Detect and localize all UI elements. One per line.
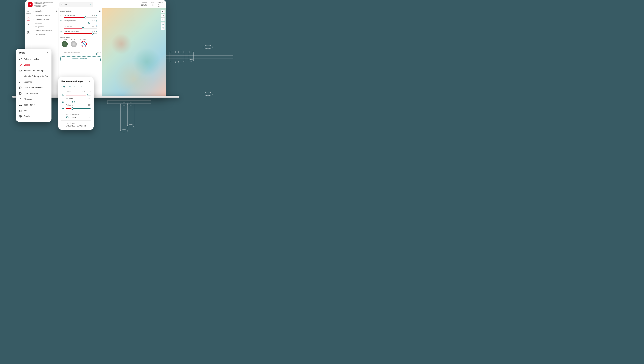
layer-opacity-value: 76 % — [90, 20, 94, 21]
svg-rect-38 — [74, 86, 76, 87]
cam-param-label: Richtung — [66, 97, 73, 99]
close-icon[interactable]: × — [47, 51, 48, 54]
layer-opacity-slider[interactable] — [64, 28, 97, 28]
tool-label: Kommentare anbringen — [24, 70, 45, 72]
coordinates-value: 2'609'691, 1'191'366 — [62, 124, 90, 127]
close-icon[interactable]: × — [89, 80, 90, 82]
camera-settings-panel: Kameraeinstellungen × Höhe204'227 m Rich… — [58, 77, 94, 130]
displayed-title: Angezeigte Daten — [60, 10, 72, 12]
tool-item-slicing[interactable]: Slicing — [19, 62, 48, 68]
cam-param-label: Höhe — [66, 90, 70, 92]
tool-item-graphics[interactable]: Graphics — [19, 114, 48, 119]
layer-name: Bohrungen öffentlich — [64, 20, 88, 22]
catalog-item[interactable]: ›Geologische Grundlagen — [34, 18, 57, 21]
bg-option-gray[interactable]: Karte Grau — [71, 39, 77, 47]
add-kml-button[interactable]: Eigene KML hinzufügen ⇪ — [60, 56, 100, 61]
layer-opacity-slider[interactable] — [64, 34, 97, 34]
visibility-toggle-icon[interactable]: 👁 — [60, 20, 63, 22]
home-button[interactable]: ⊙ — [161, 14, 165, 17]
tool-label: Graphics — [24, 115, 32, 118]
catalog-item[interactable]: ›Hintergrunddaten — [34, 32, 57, 36]
camera-mode-2-icon[interactable] — [68, 85, 71, 88]
visibility-toggle-icon[interactable]: ⊘ — [60, 14, 63, 16]
chevron-down-icon[interactable]: ▾ — [90, 116, 90, 118]
visibility-toggle-icon[interactable]: ⊘ — [60, 25, 63, 27]
map-viewport[interactable]: + ⊙ − ▭ ✱ — [102, 8, 166, 97]
chevron-right-icon: › — [34, 18, 34, 20]
sidebar-dashboard[interactable]: Dashboard — [26, 10, 31, 14]
camera-mode-1-icon[interactable] — [62, 85, 65, 88]
sidebar-data[interactable]: Data — [27, 17, 30, 21]
bg-option-satellite[interactable]: Luftbild — [62, 39, 68, 47]
more-icon[interactable]: ⋮ — [99, 30, 100, 32]
search-input[interactable] — [61, 4, 90, 5]
layer-opacity-value: 57 % — [90, 26, 94, 27]
camera-mode-4-icon[interactable] — [80, 85, 83, 88]
layer-row: 👁 GeoCover - Vektordaten 86 % 🗑 ⋮ — [60, 30, 100, 33]
visibility-toggle-icon[interactable]: 👁 — [60, 31, 63, 32]
more-icon[interactable]: ⋮ — [99, 14, 100, 16]
tool-item-stats[interactable]: Stats — [19, 108, 48, 114]
tool-label: Data Import / Upload — [24, 86, 42, 89]
tool-item-kommentare-anbringen[interactable]: Kommentare anbringen — [19, 68, 48, 74]
tool-label: Schnitte erstellen — [24, 58, 40, 60]
cam-slider[interactable] — [66, 95, 90, 96]
delete-icon[interactable]: 🗑 — [96, 20, 98, 22]
layer-opacity-slider[interactable] — [64, 17, 97, 18]
tool-item-fly-along[interactable]: Fly-Along — [19, 96, 48, 102]
catalog-item[interactable]: ›Geoenergie — [34, 21, 57, 25]
more-icon[interactable]: ⋮ — [99, 20, 100, 22]
tool-item-schnitte-erstellen[interactable]: Schnitte erstellen — [19, 56, 48, 62]
layer-opacity-slider[interactable] — [64, 23, 97, 23]
delete-icon[interactable]: 🗑 — [96, 30, 98, 32]
tool-icon — [19, 69, 22, 72]
visibility-icon[interactable]: 👁 — [60, 51, 63, 53]
cam-slider[interactable] — [66, 102, 90, 102]
zoom-icon[interactable]: 🔍 — [96, 25, 98, 27]
tool-icon — [19, 64, 22, 66]
catalog-title: Datenkatalog — [34, 10, 42, 12]
catalog-item[interactable]: ›Geometrie des Untergrundes — [34, 28, 57, 32]
zoom-in-button[interactable]: + — [161, 10, 165, 14]
tool-icon — [19, 58, 22, 61]
background-title: Hintergrundkarte — [60, 37, 100, 38]
coord-system-select[interactable]: LV95 — [71, 116, 88, 118]
tool-item-zeichnen[interactable]: Zeichnen — [19, 79, 48, 85]
layer-opacity-value: 64 % — [90, 15, 94, 16]
tool-item-data-download[interactable]: Data Download — [19, 90, 48, 96]
tool-item-virtuelle-bohrung-abteufen[interactable]: Virtuelle Bohrung abteufen — [19, 74, 48, 79]
layer-name: Erdbeben - aktuell — [64, 14, 88, 16]
svg-rect-31 — [19, 70, 22, 71]
tool-item-data-import-upload[interactable]: Data Import / Upload — [19, 85, 48, 90]
sidebar-share[interactable]: Share — [27, 30, 30, 34]
cam-param-icon — [62, 94, 64, 96]
chevron-right-icon: › — [34, 26, 34, 28]
camera-icon[interactable]: ▭ — [161, 22, 165, 26]
cam-slider[interactable] — [66, 108, 90, 109]
tool-label: Stats — [24, 109, 28, 112]
close-icon[interactable]: × — [99, 10, 100, 12]
search-box[interactable]: ⌕ — [59, 2, 93, 7]
delete-icon[interactable]: 🗑 — [96, 14, 98, 16]
zoom-out-button[interactable]: − — [161, 18, 165, 21]
close-icon[interactable]: × — [56, 10, 57, 12]
camera-mode-3-icon[interactable] — [74, 85, 77, 88]
cam-param-value: 26° — [88, 97, 90, 99]
layer-row: 👁 Bohrungen öffentlich 76 % 🗑 ⋮ — [60, 19, 100, 22]
snowflake-icon[interactable]: ✱ — [161, 26, 165, 30]
catalog-item[interactable]: ›Naturgefahren — [34, 25, 57, 28]
tool-label: Topo Profile — [24, 104, 34, 106]
tool-icon — [19, 109, 22, 112]
tool-item-topo-profile[interactable]: Topo Profile — [19, 102, 48, 108]
sidebar-tools[interactable]: Tools — [27, 24, 30, 28]
layer-name: Profile GA25 — [64, 25, 88, 27]
svg-marker-36 — [64, 86, 64, 87]
more-icon[interactable]: ⋮ — [99, 25, 100, 27]
bg-opacity-slider[interactable] — [64, 54, 97, 54]
tool-label: Fly-Along — [24, 98, 32, 100]
bg-option-water[interactable]: Seen & Flüsse — [80, 39, 88, 47]
catalog-item[interactable]: ›Geologische Kartenwerke — [34, 14, 57, 18]
chevron-right-icon: › — [34, 33, 34, 35]
tool-label: Zeichnen — [24, 81, 32, 83]
search-icon[interactable]: ⌕ — [90, 3, 91, 6]
